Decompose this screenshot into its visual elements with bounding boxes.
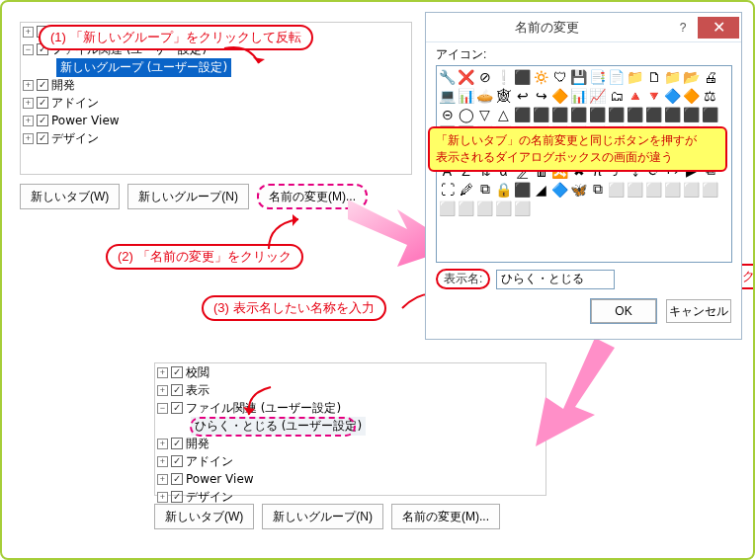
expander-icon[interactable]: + xyxy=(23,133,34,144)
icon-option[interactable]: 🔶 xyxy=(551,87,568,104)
icon-option[interactable]: 💾 xyxy=(570,68,587,85)
expander-icon[interactable]: + xyxy=(23,27,34,38)
tree-row[interactable]: +アドイン xyxy=(21,94,411,112)
icon-option[interactable]: ⬛ xyxy=(589,106,606,122)
icon-option[interactable]: ⬜ xyxy=(627,181,643,198)
new-group-button[interactable]: 新しいグループ(N) xyxy=(127,184,249,209)
icon-option[interactable]: ⧉ xyxy=(589,181,606,198)
icon-option[interactable]: ⬛ xyxy=(645,106,662,122)
icon-option[interactable]: 📁 xyxy=(664,68,681,85)
icon-option[interactable]: ❌ xyxy=(458,68,474,85)
icon-option[interactable]: 📈 xyxy=(589,87,606,104)
expander-icon[interactable]: + xyxy=(157,439,168,449)
icon-option[interactable]: ⬜ xyxy=(458,200,474,216)
icon-option[interactable]: ▽ xyxy=(476,106,493,122)
icon-option[interactable]: 🕸 xyxy=(495,87,512,104)
icon-option[interactable]: ◢ xyxy=(533,181,549,198)
icon-option[interactable]: ⬜ xyxy=(645,181,662,198)
expander-icon[interactable]: + xyxy=(157,492,168,503)
icon-option[interactable]: ⬜ xyxy=(683,181,700,198)
icon-option[interactable]: ⚖ xyxy=(702,87,718,104)
checkbox[interactable] xyxy=(171,473,183,485)
icon-option[interactable]: 📄 xyxy=(608,68,625,85)
expander-icon[interactable]: − xyxy=(157,403,168,414)
icon-option[interactable]: ↪ xyxy=(533,87,549,104)
icon-option[interactable]: ⊘ xyxy=(476,68,493,85)
icon-option[interactable]: ⬛ xyxy=(664,106,681,122)
icon-option[interactable]: 🔶 xyxy=(683,87,700,104)
icon-option[interactable]: 🖉 xyxy=(458,181,474,198)
icon-option[interactable]: 🥧 xyxy=(476,87,493,104)
icon-option[interactable]: ⬛ xyxy=(702,106,718,122)
checkbox[interactable] xyxy=(171,366,183,378)
icon-option[interactable]: ⬛ xyxy=(514,181,531,198)
display-name-input[interactable] xyxy=(496,270,615,289)
icon-option[interactable]: ⬛ xyxy=(551,106,568,122)
icon-option[interactable]: ⬛ xyxy=(533,106,549,122)
icon-option[interactable]: 🛡 xyxy=(551,68,568,85)
new-group-button[interactable]: 新しいグループ(N) xyxy=(262,504,383,529)
new-tab-button[interactable]: 新しいタブ(W) xyxy=(20,184,120,209)
icon-option[interactable]: ⬜ xyxy=(664,181,681,198)
tree-row[interactable]: −ファイル関連 (ユーザー設定) xyxy=(155,399,545,417)
icon-option[interactable]: ⬜ xyxy=(439,200,456,216)
icon-option[interactable]: ⧉ xyxy=(476,181,493,198)
icon-option[interactable]: ⊝ xyxy=(439,106,456,122)
icon-option[interactable]: 🔷 xyxy=(551,181,568,198)
icon-option[interactable]: 🖨 xyxy=(702,68,718,85)
expander-icon[interactable]: + xyxy=(23,80,34,91)
tree-row[interactable]: +開発 xyxy=(155,435,545,452)
icon-option[interactable]: ⬛ xyxy=(570,106,587,122)
icon-option[interactable]: 🦋 xyxy=(570,181,587,198)
icon-option[interactable]: 🔒 xyxy=(495,181,512,198)
icon-option[interactable]: ◯ xyxy=(458,106,474,122)
icon-option[interactable]: 📂 xyxy=(683,68,700,85)
icon-option[interactable]: 📊 xyxy=(570,87,587,104)
tree-row-selected[interactable]: 新しいグループ (ユーザー設定) xyxy=(21,58,411,76)
tree-row[interactable]: +表示 xyxy=(155,381,545,399)
icon-option[interactable]: 💻 xyxy=(439,87,456,104)
icon-option[interactable]: 🔅 xyxy=(533,68,549,85)
checkbox[interactable] xyxy=(37,97,48,109)
icon-option[interactable]: △ xyxy=(495,106,512,122)
icon-option[interactable]: 🔷 xyxy=(664,87,681,104)
checkbox[interactable] xyxy=(37,115,48,126)
icon-option[interactable]: ↩ xyxy=(514,87,531,104)
checkbox[interactable] xyxy=(37,79,48,91)
icon-option[interactable]: 🗋 xyxy=(645,68,662,85)
tree-row[interactable]: +デザイン xyxy=(21,129,411,147)
expander-icon[interactable]: + xyxy=(23,98,34,109)
checkbox[interactable] xyxy=(171,491,183,503)
ok-button[interactable]: OK xyxy=(591,299,656,323)
icon-option[interactable]: 📁 xyxy=(627,68,643,85)
icon-option[interactable]: 🔺 xyxy=(627,87,643,104)
tree-row[interactable]: +アドイン xyxy=(155,452,545,470)
expander-icon[interactable]: + xyxy=(157,456,168,467)
checkbox[interactable] xyxy=(171,402,183,414)
tree-row[interactable]: +Power View xyxy=(155,470,545,488)
expander-icon[interactable]: + xyxy=(157,367,168,378)
cancel-button[interactable]: キャンセル xyxy=(666,299,731,323)
expander-icon[interactable]: + xyxy=(157,385,168,396)
icon-option[interactable]: 🔧 xyxy=(439,68,456,85)
icon-option[interactable]: ⬛ xyxy=(514,106,531,122)
help-button[interactable]: ? xyxy=(668,17,698,39)
icon-option[interactable]: ⬛ xyxy=(514,68,531,85)
checkbox[interactable] xyxy=(171,455,183,467)
expander-icon[interactable]: − xyxy=(23,44,34,55)
rename-button[interactable]: 名前の変更(M)... xyxy=(391,504,500,529)
icon-option[interactable]: ⬛ xyxy=(627,106,643,122)
close-button[interactable]: ✕ xyxy=(698,17,739,39)
icon-option[interactable]: 🗂 xyxy=(608,87,625,104)
checkbox[interactable] xyxy=(37,132,48,144)
icon-option[interactable]: ⬛ xyxy=(683,106,700,122)
tree-row[interactable]: +校閲 xyxy=(155,363,545,381)
icon-option[interactable]: ⬜ xyxy=(702,181,718,198)
icon-option[interactable]: 🔻 xyxy=(645,87,662,104)
icon-option[interactable]: ⬜ xyxy=(476,200,493,216)
checkbox[interactable] xyxy=(171,384,183,396)
icon-option[interactable]: ⬜ xyxy=(608,181,625,198)
new-tab-button[interactable]: 新しいタブ(W) xyxy=(154,504,254,529)
icon-option[interactable]: 📊 xyxy=(458,87,474,104)
tree-row[interactable]: +Power View xyxy=(21,112,411,129)
